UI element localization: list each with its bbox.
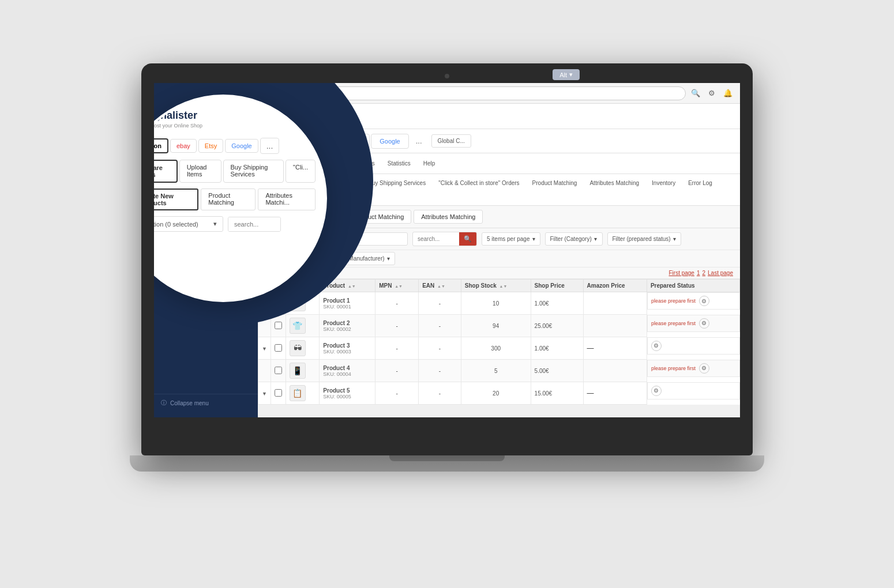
filter-prepared-label: Filter (prepared status): [613, 236, 671, 242]
row-checkbox[interactable]: [275, 367, 282, 374]
global-config-button[interactable]: Global C...: [431, 134, 471, 148]
amazon-dash: —: [587, 344, 594, 352]
zoom-selection-dropdown[interactable]: Selection (0 selected) ▾: [154, 216, 223, 232]
shop-stock-cell: 10: [461, 292, 531, 315]
zoom-buy-shipping-tab[interactable]: Buy Shipping Services: [223, 160, 284, 183]
platform-tab-google[interactable]: Google: [371, 134, 408, 149]
zoom-search-input[interactable]: [228, 217, 280, 231]
chevron-down-icon: ▾: [594, 236, 597, 242]
items-per-page-select[interactable]: 5 items per page ▾: [482, 232, 540, 246]
expand-cell[interactable]: ▼: [258, 382, 271, 405]
row-settings-icon[interactable]: ⚙: [699, 318, 709, 329]
table-row: ▼📋Product 5SKU: 00005--2015.00€—⚙: [258, 382, 740, 405]
prepared-status-cell: ⚙: [647, 382, 740, 399]
ean-cell: -: [419, 382, 461, 405]
shop-stock-cell: 94: [461, 315, 531, 337]
chevron-down-icon: ▾: [387, 255, 390, 262]
last-page-link[interactable]: Last page: [708, 270, 733, 276]
search-input[interactable]: [413, 233, 459, 244]
mpn-cell: -: [375, 337, 419, 360]
product-cell: Product 5SKU: 00005: [320, 382, 375, 405]
zoom-sub-tabs: Create New Products Product Matching Att…: [154, 189, 315, 210]
search-button[interactable]: 🔍: [459, 232, 476, 246]
row-settings-icon[interactable]: ⚙: [699, 363, 709, 374]
image-cell: 📋: [286, 382, 319, 405]
zoom-create-new-tab[interactable]: Create New Products: [154, 189, 198, 210]
product-cell: Product 2SKU: 00002: [320, 315, 375, 337]
shop-price-cell: 5.00€: [531, 360, 583, 382]
product-sku: SKU: 00003: [323, 349, 371, 355]
product-name: Product 4: [323, 365, 371, 371]
first-page-link[interactable]: First page: [668, 270, 694, 276]
amazon-dash: —: [587, 389, 594, 397]
platform-tab-more[interactable]: ...: [410, 133, 428, 149]
table-row: 👕Product 1SKU: 00001--101.00€please prep…: [258, 292, 740, 315]
collapse-menu-button[interactable]: ⓘ Collapse menu: [161, 399, 251, 407]
row-checkbox[interactable]: [275, 389, 282, 397]
row-checkbox[interactable]: [275, 322, 282, 329]
filter-category-select[interactable]: Filter (Category) ▾: [545, 232, 603, 246]
checkbox-cell[interactable]: [271, 337, 286, 360]
zoom-product-matching-tab[interactable]: Product Matching: [201, 189, 256, 210]
row-settings-icon[interactable]: ⚙: [651, 341, 662, 351]
checkbox-cell[interactable]: [271, 382, 286, 405]
second-nav-statistics[interactable]: Statistics: [382, 157, 416, 169]
zoom-prepare-items-tab[interactable]: Prepare Items: [154, 160, 178, 183]
nav-inventory[interactable]: Inventory: [646, 177, 681, 189]
product-sku: SKU: 00004: [323, 371, 371, 377]
mpn-cell: -: [375, 382, 419, 405]
nav-click-collect[interactable]: "Click & Collect in store" Orders: [433, 177, 525, 189]
row-checkbox[interactable]: [275, 344, 282, 352]
collapse-label: Collapse menu: [170, 400, 209, 406]
sort-arrows-ean: ▲▼: [437, 284, 445, 288]
zoom-tab-more[interactable]: ...: [260, 138, 280, 154]
amazon-price-cell: —: [583, 337, 647, 360]
zoom-tab-ebay[interactable]: ebay: [170, 139, 197, 153]
sub-tab-attributes-matching[interactable]: Attributes Matching: [414, 210, 483, 224]
zoom-selection-label: Selection (0 selected): [154, 221, 198, 228]
product-cell: Product 4SKU: 00004: [320, 360, 375, 382]
prepared-status-cell: please prepare first⚙: [647, 292, 740, 310]
zoom-upload-items-tab[interactable]: Upload Items: [179, 160, 221, 183]
alt-button[interactable]: Alt ▾: [553, 69, 580, 80]
nav-product-matching[interactable]: Product Matching: [527, 177, 583, 189]
checkbox-cell[interactable]: [271, 360, 286, 382]
page-1-link[interactable]: 1: [697, 270, 700, 276]
table-row: 👕Product 2SKU: 00002--9425.00€please pre…: [258, 315, 740, 337]
col-mpn[interactable]: MPN ▲▼: [375, 280, 419, 292]
col-shop-price: Shop Price: [531, 280, 583, 292]
table-row: ▼🕶Product 3SKU: 00003--3001.00€—⚙: [258, 337, 740, 360]
second-nav-help[interactable]: Help: [418, 157, 441, 169]
col-ean[interactable]: EAN ▲▼: [419, 280, 461, 292]
zoom-tab-google[interactable]: Google: [225, 139, 258, 153]
sort-arrows-stock: ▲▼: [499, 284, 508, 288]
zoom-logo-sub: boost your Online Shop: [154, 123, 315, 129]
expand-cell[interactable]: ▼: [258, 337, 271, 360]
expand-arrow[interactable]: ▼: [262, 391, 267, 397]
amazon-price-cell: [583, 315, 647, 337]
browser-bell-icon[interactable]: 🔔: [722, 87, 734, 100]
nav-error-log[interactable]: Error Log: [682, 177, 718, 189]
prepare-status-text: please prepare first: [651, 321, 696, 326]
zoom-tab-etsy[interactable]: Etsy: [198, 139, 223, 153]
zoom-platform-tabs: amazon ebay Etsy Google ...: [154, 138, 315, 154]
row-settings-icon[interactable]: ⚙: [651, 386, 662, 396]
expand-arrow[interactable]: ▼: [262, 346, 267, 352]
zoom-attributes-tab[interactable]: Attributes Matchi...: [258, 189, 315, 210]
mpn-cell: -: [375, 315, 419, 337]
col-shop-stock[interactable]: Shop Stock ▲▼: [461, 280, 531, 292]
filter-category-label: Filter (Category): [550, 236, 592, 242]
page-2-link[interactable]: 2: [703, 270, 706, 276]
zoom-tab-amazon[interactable]: amazon: [154, 138, 168, 153]
browser-settings-icon[interactable]: ⚙: [705, 87, 718, 100]
product-sku: SKU: 00005: [323, 394, 371, 399]
row-settings-icon[interactable]: ⚙: [699, 296, 709, 306]
mpn-cell: -: [375, 292, 419, 315]
nav-attributes-matching[interactable]: Attributes Matching: [584, 177, 645, 189]
laptop-bezel: m agnalister boost your Online Shop amaz…: [141, 63, 753, 455]
zoom-cli-tab[interactable]: "Cli...: [286, 160, 315, 183]
shop-price-cell: 15.00€: [531, 382, 583, 405]
browser-search-icon[interactable]: 🔍: [689, 87, 702, 100]
filter-prepared-select[interactable]: Filter (prepared status) ▾: [607, 232, 681, 246]
sort-arrows-mpn: ▲▼: [395, 284, 403, 288]
